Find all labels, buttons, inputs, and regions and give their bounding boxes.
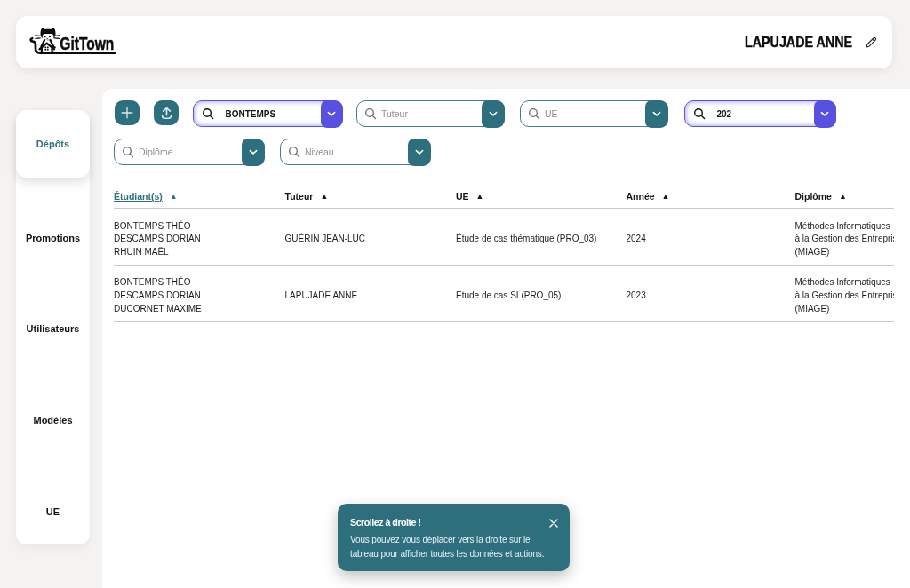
svg-text:GitTown: GitTown bbox=[60, 34, 114, 53]
svg-text:LAPUJADE ANNE: LAPUJADE ANNE bbox=[745, 35, 852, 51]
